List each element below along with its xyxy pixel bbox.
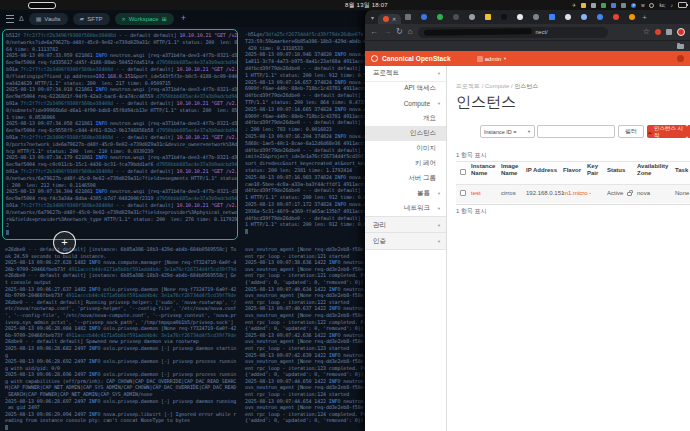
cell-ip-address: 192.168.0.151 [526, 190, 564, 196]
col-ip-address[interactable]: IP Address [526, 167, 557, 174]
tab-sftp[interactable]: ▰ SFTP [73, 13, 110, 25]
notes-app-icon[interactable] [581, 3, 586, 8]
user-badge-icon [477, 56, 483, 62]
bookmark-star-icon[interactable]: ☆ [643, 28, 650, 36]
close-icon[interactable]: ✕ [122, 16, 126, 22]
green-site-favicon[interactable] [437, 14, 443, 20]
blue-app-icon[interactable] [611, 3, 616, 8]
blue-site-favicon[interactable] [421, 14, 427, 20]
black-site-favicon[interactable] [501, 14, 507, 20]
address-bar[interactable]: nect/ [418, 27, 608, 38]
paper-plane-icon[interactable]: ✈ [572, 2, 576, 8]
sidebar-item-서버 그룹[interactable]: 서버 그룹 [365, 171, 446, 186]
col-status[interactable]: Status [607, 167, 625, 174]
reload-icon[interactable]: ↻ [396, 28, 403, 36]
sidebar-item-label: 프로젝트 [365, 69, 446, 78]
tab-vaults[interactable]: ▦ Vaults [29, 13, 68, 25]
sidebar-item-볼륨[interactable]: 볼륨▼ [365, 186, 446, 201]
cell-flavor[interactable]: m1.micro [563, 190, 588, 196]
system-tray[interactable]: ✈Pwko;♪ [572, 0, 687, 10]
col-image-name[interactable]: Image Name [501, 163, 525, 177]
bell-icon[interactable]: Δ [19, 15, 24, 22]
dark-site-favicon[interactable] [453, 14, 459, 20]
sidebar-item-인증[interactable]: 인증▼ [365, 232, 446, 250]
chevron-icon: ▼ [437, 101, 441, 106]
keyboard-layout-indicator[interactable]: ko; [659, 3, 665, 8]
terminal-pane-ovs-agent[interactable]: ovs_neutron_agent [None req-dd3e2eb8-f58… [242, 244, 365, 431]
sidebar-item-개요[interactable]: 개요 [365, 111, 446, 126]
blue-square-site-favicon[interactable] [549, 14, 555, 20]
p-app-icon[interactable]: P [631, 3, 636, 8]
apps-grid-icon[interactable] [371, 43, 377, 49]
tab-workspace[interactable]: ✕ Workspace ⊞ [115, 13, 174, 25]
browser-toolbar: ← → ↻ ⌂ nect/ ☆ [365, 24, 690, 40]
extension-red-icon[interactable] [655, 29, 661, 35]
chevron-icon: ▼ [437, 206, 441, 211]
terminal-pane-nova-compute[interactable]: e26dbe0 - - default default] [instance: … [2, 244, 238, 431]
record-icon[interactable] [649, 3, 654, 8]
camera-icon[interactable] [591, 3, 596, 8]
cell-instance-name[interactable]: test [471, 190, 481, 196]
yellow-site-favicon[interactable] [485, 14, 491, 20]
filter-button[interactable]: 필터 [618, 125, 644, 138]
col-flavor[interactable]: Flavor [563, 167, 581, 174]
col-availability-zone[interactable]: Availability Zone [637, 163, 671, 177]
sidebar-item-키 페어[interactable]: 키 페어 [365, 156, 446, 171]
col-task[interactable]: Task [675, 167, 688, 174]
menu-icon[interactable] [6, 15, 14, 23]
google-favicon[interactable] [597, 14, 603, 20]
sidebar-item-label: 키 페어 [365, 159, 446, 168]
terminal-pane-neutron-api[interactable]: b512f 7fc2f7fcf2b3496f9308f560be38408d -… [2, 29, 238, 240]
green-app-icon[interactable] [601, 3, 606, 8]
sidebar-item-프로젝트[interactable]: 프로젝트▼ [365, 66, 446, 82]
sidebar-item-label: API 액세스 [365, 84, 446, 93]
extensions-icon[interactable] [666, 29, 672, 35]
white-site-favicon[interactable] [565, 14, 571, 20]
filter-input[interactable] [537, 125, 615, 138]
orange-site-favicon[interactable] [629, 14, 635, 20]
gray-site-2-favicon[interactable] [533, 14, 539, 20]
horizon-dashboard-page: Canonical OpenStack admin ▼ 프로젝트▼API 액세스… [365, 51, 690, 431]
user-menu[interactable]: admin ▼ [477, 56, 507, 62]
active-browser-tab[interactable]: ✕ [378, 14, 401, 24]
gray-site-favicon[interactable] [405, 14, 411, 20]
new-terminal-tab-button[interactable]: + [181, 14, 186, 23]
new-browser-tab-button[interactable]: + [642, 13, 647, 22]
github-favicon[interactable] [517, 14, 523, 20]
gray-app-icon[interactable] [621, 3, 626, 8]
sidebar-item-label: 이미지 [365, 144, 446, 153]
volume-icon[interactable]: ♪ [671, 2, 674, 8]
col-instance-name[interactable]: Instance Name [471, 163, 497, 177]
forward-icon[interactable]: → [383, 28, 391, 36]
tab-search-icon[interactable]: ▾ [371, 14, 374, 21]
chevron-icon: ▼ [437, 239, 441, 244]
battery-icon[interactable] [678, 2, 687, 8]
profile-avatar[interactable] [677, 28, 685, 36]
cell-task: None [675, 190, 689, 196]
chevron-down-icon: ▼ [503, 56, 507, 61]
red-site-favicon[interactable] [613, 14, 619, 20]
sidebar-item-인스턴스[interactable]: 인스턴스 [365, 126, 446, 141]
speaker-tab-favicon[interactable] [581, 14, 587, 20]
close-icon[interactable]: ✕ [392, 16, 396, 22]
col-key-pair[interactable]: Key Pair [587, 163, 603, 177]
sidebar-item-Compute[interactable]: Compute▼ [365, 96, 446, 111]
sidebar-item-이미지[interactable]: 이미지 [365, 141, 446, 156]
sidebar-item-네트워크[interactable]: 네트워크▼ [365, 201, 446, 216]
sidebar-item-label: 서버 그룹 [365, 174, 446, 183]
sidebar-item-API 액세스[interactable]: API 액세스 [365, 81, 446, 96]
bookmarks-folder-icon[interactable] [677, 44, 684, 49]
cell-image-name: cirros [501, 190, 516, 196]
back-icon[interactable]: ← [370, 28, 378, 36]
openstack-header: Canonical OpenStack admin ▼ [365, 51, 690, 66]
launch-instance-button[interactable]: ☁ 인스턴스 시작 [647, 125, 687, 138]
lightgray-site-favicon[interactable] [469, 14, 475, 20]
vault-icon: ▦ [36, 15, 42, 22]
header-right-icon[interactable] [677, 55, 684, 62]
terminal-pane-nova-api[interactable]: -b5Lge/3dfa25cf26734d4f5cd39f79de26dbe0?… [242, 29, 365, 240]
filter-field-select[interactable]: Instance ID = ▼ [480, 125, 535, 138]
select-all-checkbox[interactable] [460, 169, 466, 175]
w-app-icon[interactable]: w [641, 3, 644, 8]
row-checkbox[interactable] [460, 190, 466, 196]
home-icon[interactable]: ⌂ [408, 28, 413, 36]
